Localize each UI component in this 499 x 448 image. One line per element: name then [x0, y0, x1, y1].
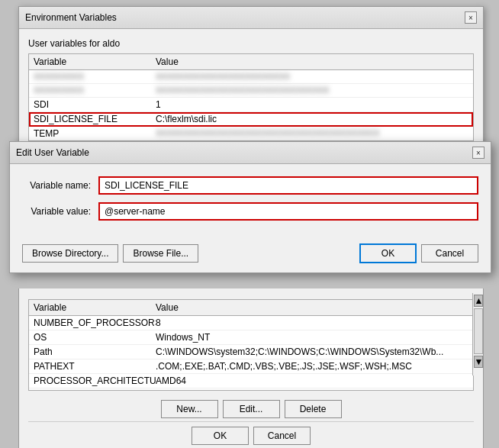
edit-user-variable-dialog: Edit User Variable × Variable name: Vari…: [9, 141, 491, 273]
cell-variable: Path: [34, 346, 156, 357]
edit-dialog-close-button[interactable]: ×: [472, 147, 485, 159]
new-button[interactable]: New...: [161, 400, 218, 418]
edit-button[interactable]: Edit...: [223, 400, 280, 418]
lower-buttons: New... Edit... Delete: [19, 394, 483, 421]
system-table-header: Variable Value: [29, 300, 473, 316]
sys-header-variable: Variable: [34, 302, 156, 313]
cell-variable: PROCESSOR_IDENTIFIER: [34, 390, 156, 391]
edit-ok-button[interactable]: OK: [359, 243, 417, 263]
user-variables-table: Variable Value XXXXXXXXX XXXXXXXXXXXXXXX…: [28, 53, 474, 141]
variable-name-input[interactable]: [98, 176, 478, 195]
final-buttons: OK Cancel: [19, 422, 483, 448]
env-content: User variables for aldo Variable Value X…: [19, 29, 483, 158]
variable-name-label: Variable name:: [22, 180, 98, 191]
table-row[interactable]: PROCESSOR_ARCHITECTURE AMD64: [29, 374, 473, 388]
table-row[interactable]: OS Windows_NT: [29, 330, 473, 345]
env-window-lower: Variable Value NUMBER_OF_PROCESSORS 8 OS…: [18, 288, 484, 448]
browse-file-button[interactable]: Browse File...: [123, 244, 198, 263]
env-window-title: Environment Variables: [25, 12, 117, 23]
cell-value: .COM;.EXE;.BAT;.CMD;.VBS;.VBE;.JS;.JSE;.…: [156, 361, 468, 372]
cell-variable: XXXXXXXXX: [34, 85, 156, 95]
cell-variable: PROCESSOR_ARCHITECTURE: [34, 375, 156, 386]
cell-value: XXXXXXXXXXXXXXXXXXXXXXXXXXXXXXXXXXXXXXXX: [156, 128, 468, 139]
cell-value: 8: [156, 317, 468, 328]
scrollbar-up-arrow[interactable]: ▲: [474, 295, 483, 307]
cell-variable: SDI: [34, 99, 156, 110]
cell-value: C:\WINDOWS\system32;C:\WINDOWS;C:\WINDOW…: [156, 346, 468, 357]
header-variable: Variable: [34, 56, 156, 67]
cell-value: Intel64 Family 6 Model 60 Stepping 3, Ge…: [156, 390, 468, 391]
table-row[interactable]: SDI 1: [29, 98, 473, 112]
edit-dialog-titlebar: Edit User Variable ×: [10, 142, 491, 164]
table-row[interactable]: TEMP XXXXXXXXXXXXXXXXXXXXXXXXXXXXXXXXXXX…: [29, 127, 473, 140]
edit-dialog-buttons: Browse Directory... Browse File... OK Ca…: [10, 237, 491, 272]
sys-header-value: Value: [156, 302, 468, 313]
header-value: Value: [156, 56, 468, 67]
browse-directory-button[interactable]: Browse Directory...: [22, 244, 118, 263]
variable-value-label: Variable value:: [22, 206, 98, 217]
table-row[interactable]: PROCESSOR_IDENTIFIER Intel64 Family 6 Mo…: [29, 388, 473, 391]
cell-variable: OS: [34, 332, 156, 343]
cell-value: Windows_NT: [156, 332, 468, 343]
system-variables-table: Variable Value NUMBER_OF_PROCESSORS 8 OS…: [28, 299, 474, 391]
edit-dialog-content: Variable name: Variable value:: [10, 164, 491, 237]
final-ok-button[interactable]: OK: [192, 427, 249, 445]
final-cancel-button[interactable]: Cancel: [253, 427, 311, 445]
cell-variable: PATHEXT: [34, 361, 156, 372]
scrollbar[interactable]: ▲ ▼: [472, 293, 483, 375]
delete-button[interactable]: Delete: [285, 400, 342, 418]
cell-variable: NUMBER_OF_PROCESSORS: [34, 317, 156, 328]
env-window-titlebar: Environment Variables ×: [19, 7, 483, 29]
variable-value-row: Variable value:: [22, 202, 478, 221]
table-row[interactable]: NUMBER_OF_PROCESSORS 8: [29, 316, 473, 330]
lower-section: Variable Value NUMBER_OF_PROCESSORS 8 OS…: [19, 288, 483, 394]
table-row[interactable]: PATHEXT .COM;.EXE;.BAT;.CMD;.VBS;.VBE;.J…: [29, 359, 473, 374]
table-row[interactable]: Path C:\WINDOWS\system32;C:\WINDOWS;C:\W…: [29, 345, 473, 359]
user-table-header: Variable Value: [29, 54, 473, 70]
edit-cancel-button[interactable]: Cancel: [421, 244, 478, 263]
cell-value: C:\flexlm\sdi.lic: [156, 114, 468, 124]
env-variables-window: Environment Variables × User variables f…: [18, 6, 484, 159]
scrollbar-down-arrow[interactable]: ▼: [474, 356, 483, 368]
cell-value: XXXXXXXXXXXXXXXXXXXXXXXXXXXXXXX: [156, 85, 468, 95]
table-row[interactable]: XXXXXXXXX XXXXXXXXXXXXXXXXXXXXXXXX: [29, 70, 473, 84]
variable-value-input[interactable]: [98, 202, 478, 221]
user-section-label: User variables for aldo: [28, 38, 474, 49]
cell-value: AMD64: [156, 375, 468, 386]
table-row[interactable]: XXXXXXXXX XXXXXXXXXXXXXXXXXXXXXXXXXXXXXX…: [29, 84, 473, 98]
cell-variable: SDI_LICENSE_FILE: [34, 114, 156, 124]
cell-variable: XXXXXXXXX: [34, 72, 156, 82]
cell-variable: TEMP: [34, 128, 156, 139]
scrollbar-thumb[interactable]: [474, 308, 483, 354]
cell-value: XXXXXXXXXXXXXXXXXXXXXXXX: [156, 72, 468, 82]
edit-dialog-title: Edit User Variable: [16, 147, 89, 158]
cell-value: 1: [156, 99, 468, 110]
variable-name-row: Variable name:: [22, 176, 478, 195]
table-row-sdi-license[interactable]: SDI_LICENSE_FILE C:\flexlm\sdi.lic: [29, 112, 473, 127]
env-window-close-button[interactable]: ×: [465, 11, 477, 24]
